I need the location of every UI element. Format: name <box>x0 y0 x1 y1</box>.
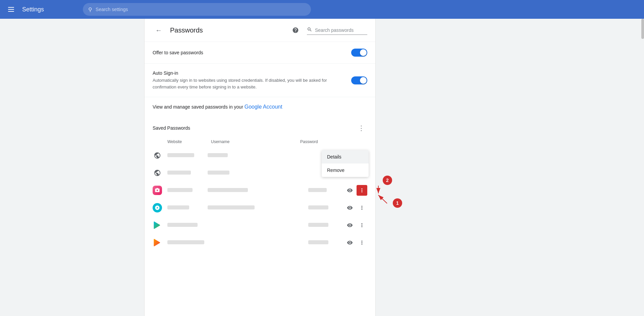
website-icon-globe <box>153 151 162 160</box>
website-value <box>167 240 208 246</box>
passwords-header: ← Passwords <box>145 19 375 42</box>
settings-title: Settings <box>22 6 44 13</box>
more-options-button[interactable] <box>357 202 367 213</box>
annotation-arrow <box>374 185 404 205</box>
more-options-button[interactable] <box>357 237 367 248</box>
show-password-button[interactable] <box>344 202 355 213</box>
username-value <box>208 187 308 193</box>
row-actions <box>344 202 367 213</box>
show-password-button[interactable] <box>344 185 355 196</box>
google-account-link[interactable]: Google Account <box>245 104 282 110</box>
auto-signin-sublabel: Automatically sign in to websites using … <box>153 77 334 90</box>
google-account-section: View and manage saved passwords in your … <box>145 97 375 117</box>
col-password-header: Password <box>300 139 340 144</box>
show-password-button[interactable] <box>344 220 355 231</box>
hamburger-menu[interactable] <box>5 4 17 14</box>
context-menu-remove[interactable]: Remove <box>322 164 369 177</box>
auto-signin-section: Auto Sign-in Automatically sign in to we… <box>145 64 375 97</box>
more-options-button[interactable] <box>357 220 367 231</box>
auto-signin-toggle[interactable] <box>351 76 367 84</box>
content-panel: ← Passwords Offer to save passwords <box>144 19 376 316</box>
saved-passwords-more-button[interactable]: ⋮ <box>355 122 367 134</box>
settings-search-bar[interactable]: ⚲ <box>83 3 311 16</box>
col-website-header: Website <box>167 139 211 144</box>
website-value <box>167 187 208 193</box>
username-value <box>208 152 331 159</box>
row-actions <box>344 220 367 231</box>
table-row[interactable]: Details Remove <box>145 147 375 164</box>
table-row[interactable] <box>145 234 375 251</box>
page-title: Passwords <box>170 26 284 34</box>
website-icon-play2 <box>153 238 162 247</box>
table-row[interactable] <box>145 199 375 216</box>
table-header: Website Username Password <box>145 137 375 147</box>
search-passwords-wrap[interactable] <box>307 25 367 35</box>
show-password-button[interactable] <box>344 237 355 248</box>
row-actions <box>344 185 367 196</box>
website-icon-teal <box>153 203 162 212</box>
website-icon-globe <box>153 168 162 178</box>
col-username-header: Username <box>211 139 300 144</box>
search-passwords-icon <box>307 27 312 33</box>
right-area <box>376 19 644 316</box>
password-value <box>308 187 342 193</box>
offer-to-save-toggle[interactable] <box>351 49 367 57</box>
website-icon-camera <box>153 186 162 195</box>
more-options-button-highlighted[interactable] <box>357 185 367 196</box>
auto-signin-label: Auto Sign-in <box>153 70 334 76</box>
help-button[interactable] <box>289 24 302 36</box>
context-menu: Details Remove <box>322 150 369 177</box>
scrollbar-thumb[interactable] <box>641 19 644 39</box>
scrollbar-track[interactable] <box>641 19 644 316</box>
saved-passwords-header: Saved Passwords ⋮ <box>145 117 375 137</box>
annotation-badge-2: 2 <box>383 176 392 185</box>
website-value <box>167 152 208 159</box>
search-icon: ⚲ <box>88 6 92 13</box>
password-value <box>308 240 342 246</box>
saved-passwords-title: Saved Passwords <box>153 125 190 131</box>
google-link-text-before: View and manage saved passwords in your <box>153 104 245 110</box>
svg-line-3 <box>378 195 387 203</box>
table-row[interactable] <box>145 216 375 234</box>
website-value <box>167 222 208 228</box>
username-value <box>208 205 308 211</box>
offer-to-save-section: Offer to save passwords <box>145 42 375 64</box>
website-value <box>167 205 208 211</box>
username-value <box>208 170 334 176</box>
password-value <box>308 205 342 211</box>
offer-to-save-label: Offer to save passwords <box>153 50 203 55</box>
search-passwords-input[interactable] <box>315 27 365 33</box>
password-value <box>308 222 342 228</box>
website-icon-play <box>153 220 162 230</box>
settings-search-input[interactable] <box>96 7 306 12</box>
top-bar: Settings ⚲ <box>0 0 644 19</box>
back-button[interactable]: ← <box>153 24 165 36</box>
context-menu-details[interactable]: Details <box>322 150 369 164</box>
sidebar-area <box>0 19 144 316</box>
table-row[interactable]: 2 1 <box>145 182 375 199</box>
row-actions <box>344 237 367 248</box>
website-value <box>167 170 208 176</box>
